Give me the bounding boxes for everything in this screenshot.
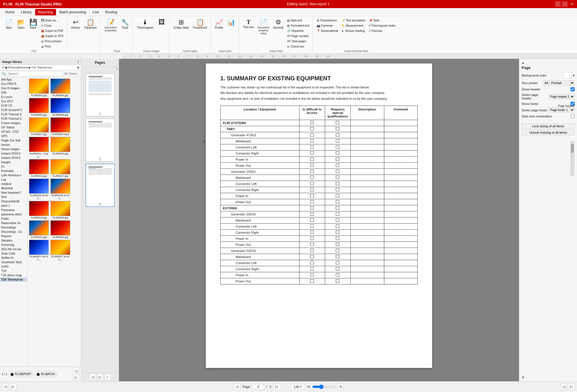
formatted-text-button[interactable]: ▤ Formatted text (286, 23, 311, 28)
folder-k1[interactable]: K1 (0, 164, 27, 169)
page-next-button[interactable]: ▷ (274, 384, 280, 390)
to-report-button[interactable]: ⬤ TO REPORT (8, 371, 33, 377)
folder-e95[interactable]: E95 (0, 90, 27, 95)
folder-panorama[interactable]: Panorama (0, 208, 27, 212)
image-placeholder-button[interactable]: 🖼 (156, 18, 167, 27)
folder-radiometric[interactable]: Radiometric Im (0, 221, 27, 225)
doc-nav-right-next[interactable]: ▷ (568, 384, 575, 390)
image-thumb-flir0015-copy[interactable]: FLIR0015 - Copy... (29, 137, 49, 158)
measurement-button[interactable]: 📏 Measurement (340, 23, 367, 28)
total-pages-button[interactable]: ## Total pages (286, 39, 311, 44)
image-thumb-flir0027a[interactable]: FLIR0027 no his... (29, 240, 49, 261)
start-numeration-checkbox[interactable] (571, 114, 575, 118)
folder-public[interactable]: Public (0, 217, 27, 221)
menu-batch[interactable]: Batch processing (57, 9, 89, 15)
page-thumb-2[interactable]: 2 (86, 119, 115, 161)
image-thumb-flir0027b[interactable]: FLIR0027 no his... (50, 240, 71, 261)
folder-reports[interactable]: Reports (0, 234, 27, 238)
folder-duo-r-images[interactable]: Duo R images (0, 86, 27, 90)
predefined-button[interactable]: 📋 Predefined (191, 18, 209, 30)
folder-oresundskraft[interactable]: Öresundskraft (0, 199, 27, 204)
formula-button[interactable]: ƒ Formula (367, 28, 397, 33)
page-thumb-3[interactable]: 3 (86, 164, 115, 207)
camera-button[interactable]: 📷 Camera▾ (315, 23, 339, 28)
page-thumb-1[interactable]: 1 (86, 73, 115, 116)
show-header-checkbox[interactable] (571, 87, 575, 91)
folder-seq-file[interactable]: SEQ file not wo (0, 247, 27, 251)
folder-iceland2[interactable]: Iceland 2019-0 (0, 156, 27, 160)
select-page-footer-select[interactable]: Page footer 1 (549, 108, 575, 112)
image-thumb-flir0020[interactable]: FLIR0020.jpg (50, 201, 71, 219)
image-thumb-flir0019[interactable]: FLIR0019.jpg (29, 201, 49, 219)
data-text-button[interactable]: ▤ Data text (286, 18, 311, 23)
folder-new-imported[interactable]: New Imported f (0, 190, 27, 195)
menu-live[interactable]: Live (90, 9, 102, 15)
image-library-collapse[interactable]: ⟨ (77, 60, 79, 63)
folder-latin-america[interactable]: Latin America-s (0, 173, 27, 177)
doc-nav-right-prev[interactable]: ◁ (561, 384, 567, 390)
clipboard-button[interactable]: 📋 Clipboard (82, 18, 98, 30)
hyperlink-button[interactable]: 🔗 Hyperlink (286, 28, 311, 33)
image-thumb-flir0018a[interactable]: FLIR0018 no his... (29, 179, 49, 200)
image-thumb-flir0003[interactable]: FLIR0003.jpg (29, 79, 49, 97)
note-button[interactable]: 📌 Note (367, 18, 397, 23)
folder-orni[interactable]: Orni (0, 195, 27, 199)
right-panel-collapse-bottom[interactable]: ▼ (522, 376, 524, 379)
right-panel-collapse-top[interactable]: ▲ (522, 61, 524, 64)
tools-button[interactable]: 🔧 Tools (119, 18, 131, 30)
folder-kinesiska[interactable]: Kinesiska (0, 169, 27, 173)
export-xps-button[interactable]: 📤 Export to XPS (39, 34, 65, 39)
folder-solar-cells[interactable]: Solar Cells (0, 251, 27, 256)
folder-horses[interactable]: horses (0, 143, 27, 147)
profile-button[interactable]: 📈 Profile (213, 18, 225, 30)
folder-t1k-thermal[interactable]: T1K Thermal Im (0, 277, 27, 282)
search-input[interactable] (7, 71, 63, 76)
folder-fusion-images[interactable]: Fusion Images- (0, 121, 27, 125)
zoom-fit-button[interactable]: ⊡ (338, 384, 343, 390)
folder-gps[interactable]: GPS (0, 134, 27, 138)
general-button[interactable]: ⚙ General (271, 18, 285, 30)
text-box-button[interactable]: T Text box (241, 18, 256, 30)
folder-recordings-co[interactable]: Recordings - Co (0, 230, 27, 234)
text-annotation-button[interactable]: 📝 Text annotation (340, 18, 367, 23)
close-button[interactable]: ✕ (569, 1, 575, 7)
to-batch-button[interactable]: ⬤ TO BATCH (35, 371, 57, 377)
page-nav-prev[interactable]: ◁ (89, 374, 96, 380)
zoom-input[interactable] (291, 384, 305, 389)
folder-pano1[interactable]: pano 1 (0, 204, 27, 208)
select-page-header-select[interactable]: Page header 1 (549, 94, 575, 99)
folder-suas[interactable]: sUAS (0, 264, 27, 269)
print-preview-button[interactable]: 🖨 Print preview (39, 39, 65, 44)
minimize-button[interactable]: ─ (555, 1, 561, 7)
current-page-input[interactable] (252, 384, 264, 389)
sensor-reading-button[interactable]: 🌡 Sensor reading (340, 28, 367, 33)
menu-library[interactable]: Library (18, 9, 35, 15)
check-box-button[interactable]: ☑ Check box (286, 44, 311, 49)
open-button[interactable]: 📂 Open (15, 18, 27, 30)
doc-prop-value-button[interactable]: 📄 Document property value (256, 18, 271, 36)
lock-sizing-button[interactable]: Lock sizing of all items (522, 124, 575, 129)
folder-exx-2017[interactable]: Exx 2017 (0, 99, 27, 104)
folder-duo-pro-r[interactable]: Duo PRO R (0, 82, 27, 86)
folder-flir-screenr[interactable]: FLIR ScreenR C (0, 108, 27, 112)
folder-panorama-stitch[interactable]: panorama stitch (0, 212, 27, 217)
folder-steffen[interactable]: Steffen N (0, 256, 27, 260)
breadcrumb-grid-toggle[interactable]: ⊞ (77, 66, 79, 69)
folder-medical[interactable]: medical (0, 182, 27, 186)
image-thumb-flir0016[interactable]: FLIR0016.jpg (29, 159, 49, 177)
image-thumb-flir0008a[interactable]: FLIR0008.jpg (50, 98, 71, 116)
image-thumb-flir0017[interactable]: FLIR0017.jpg (50, 159, 71, 177)
folder-hogle-zoo[interactable]: Hogle Zoo Salt (0, 138, 27, 143)
thumb-prev-button[interactable]: ◁ (73, 368, 79, 374)
folder-images[interactable]: Images (0, 160, 27, 164)
zoom-slider[interactable] (312, 384, 336, 389)
parameters-button[interactable]: ⚙ Parameters▾ (315, 18, 339, 23)
save-as-button[interactable]: 💾 Save as... (39, 18, 65, 23)
print-button[interactable]: 🖨 Print (39, 44, 65, 49)
document-scroll-area[interactable]: ✛ 1. SUMMARY OF EXISTING EQUIPMENT The c… (119, 59, 519, 381)
folder-recordings[interactable]: Recordings (0, 225, 27, 230)
folder-iceland1[interactable]: Iceland 2019-0 (0, 151, 27, 156)
maximize-button[interactable]: □ (562, 1, 568, 7)
folder-gf343[interactable]: GF343 - CO2 (0, 130, 27, 134)
folder-gf-videos[interactable]: GF Videos (0, 125, 27, 130)
